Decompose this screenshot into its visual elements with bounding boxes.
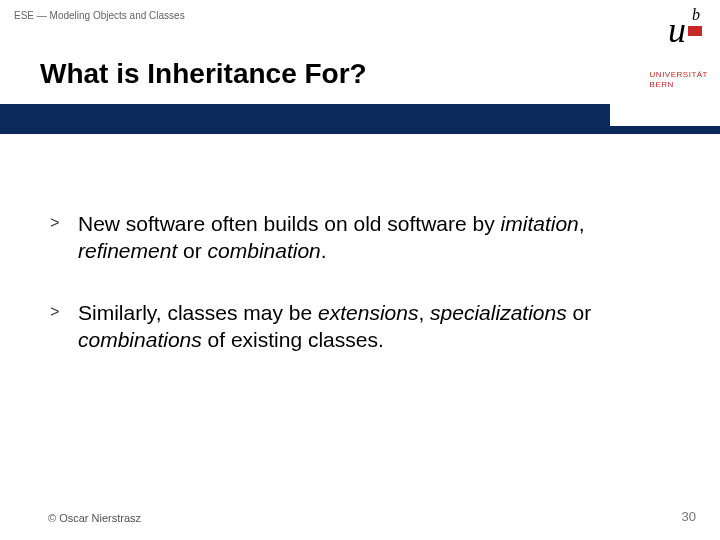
text-span: New software often builds on old softwar…	[78, 212, 501, 235]
text-span: or	[567, 301, 592, 324]
text-span: of existing classes.	[202, 328, 384, 351]
text-span: or	[177, 239, 207, 262]
text-italic: combinations	[78, 328, 202, 351]
logo-uni-line2: BERN	[650, 80, 674, 89]
bullet-text: Similarly, classes may be extensions, sp…	[78, 299, 680, 354]
logo-uni-line1: UNIVERSITÄT	[650, 70, 708, 79]
bullet-text: New software often builds on old softwar…	[78, 210, 680, 265]
logo-university-label: UNIVERSITÄT BERN	[650, 70, 708, 91]
slide: ESE — Modeling Objects and Classes What …	[0, 0, 720, 540]
logo-letter-u: u	[668, 12, 686, 48]
text-italic: imitation	[501, 212, 579, 235]
text-span: .	[321, 239, 327, 262]
logo-letter-b: b	[692, 6, 700, 24]
bullet-item: > Similarly, classes may be extensions, …	[50, 299, 680, 354]
breadcrumb: ESE — Modeling Objects and Classes	[14, 10, 185, 21]
content-area: > New software often builds on old softw…	[50, 210, 680, 387]
page-number: 30	[682, 509, 696, 524]
text-italic: extensions	[318, 301, 418, 324]
slide-title: What is Inheritance For?	[40, 58, 367, 90]
logo-red-mark	[688, 26, 702, 36]
bullet-marker: >	[50, 299, 78, 354]
text-span: ,	[579, 212, 585, 235]
text-italic: refinement	[78, 239, 177, 262]
bullet-marker: >	[50, 210, 78, 265]
text-span: Similarly, classes may be	[78, 301, 318, 324]
bullet-item: > New software often builds on old softw…	[50, 210, 680, 265]
text-italic: combination	[208, 239, 321, 262]
footer-copyright: © Oscar Nierstrasz	[48, 512, 141, 524]
text-span: ,	[418, 301, 430, 324]
text-italic: specializations	[430, 301, 567, 324]
university-logo: u b UNIVERSITÄT BERN	[610, 6, 720, 126]
